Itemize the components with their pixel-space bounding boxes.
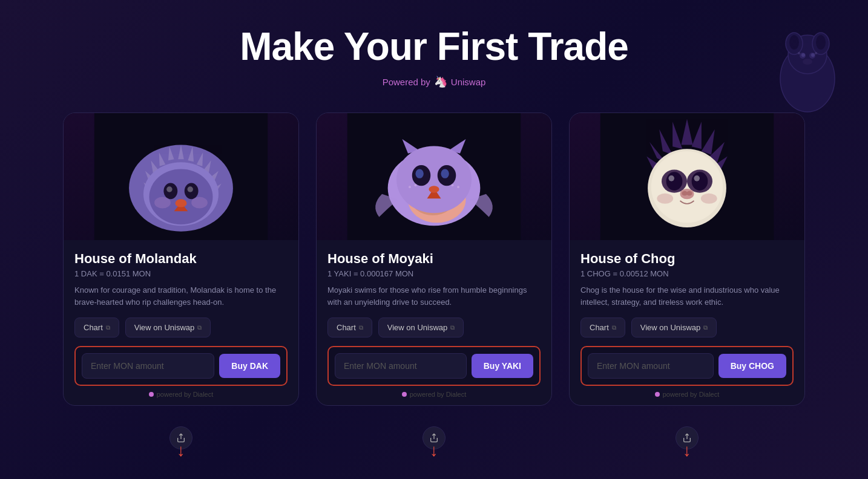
svg-point-10 [803, 59, 812, 65]
yaki-powered-dialect: powered by Dialect [327, 386, 541, 405]
dak-title: House of Molandak [74, 251, 288, 267]
chog-actions: Chart ⧉ View on Uniswap ⧉ [580, 318, 794, 337]
chog-card: House of Chog 1 CHOG = 0.00512 MON Chog … [569, 112, 805, 406]
uniswap-icon: 🦄 [434, 75, 447, 88]
yaki-dialect-text: powered by Dialect [410, 391, 467, 398]
yaki-uniswap-external-icon: ⧉ [450, 324, 455, 331]
dak-uniswap-label: View on Uniswap [134, 323, 194, 332]
dak-chart-button[interactable]: Chart ⧉ [74, 318, 119, 337]
svg-point-35 [191, 197, 208, 208]
svg-point-69 [668, 175, 674, 181]
svg-point-30 [166, 186, 173, 192]
svg-point-52 [457, 186, 459, 188]
page-title: Make Your First Trade [36, 24, 832, 69]
chog-card-body: House of Chog 1 CHOG = 0.00512 MON Chog … [570, 240, 804, 405]
chog-chart-button[interactable]: Chart ⧉ [580, 318, 625, 337]
svg-point-12 [815, 52, 817, 54]
dak-chart-label: Chart [84, 323, 103, 332]
dak-uniswap-external-icon: ⧉ [197, 324, 202, 331]
yaki-card-body: House of Moyaki 1 YAKI = 0.000167 MON Mo… [317, 240, 551, 405]
chog-chart-label: Chart [590, 323, 609, 332]
chog-dialect-text: powered by Dialect [663, 391, 720, 398]
dak-trade-input-row: Buy DAK [82, 353, 280, 379]
svg-point-11 [798, 52, 800, 54]
yaki-image [317, 113, 551, 240]
dak-dialect-icon [149, 392, 154, 397]
dak-description: Known for courage and tradition, Molanda… [74, 284, 288, 308]
dak-arrow: ↓ [177, 441, 185, 460]
svg-point-50 [409, 186, 411, 188]
dak-image [64, 113, 298, 240]
chog-card-wrapper: House of Chog 1 CHOG = 0.00512 MON Chog … [569, 112, 805, 449]
chog-dialect-icon [655, 392, 660, 397]
svg-point-5 [816, 35, 826, 50]
dak-trade-section: Buy DAK [74, 346, 288, 386]
svg-point-68 [692, 172, 708, 191]
yaki-description: Moyaki swims for those who rise from hum… [327, 284, 541, 308]
chog-image [570, 113, 804, 240]
yaki-chart-external-icon: ⧉ [359, 324, 363, 331]
uniswap-name: Uniswap [451, 77, 486, 87]
yaki-chart-button[interactable]: Chart ⧉ [327, 318, 372, 337]
chog-title: House of Chog [580, 251, 794, 267]
svg-point-33 [175, 199, 186, 207]
svg-point-31 [188, 186, 194, 192]
chog-trade-input-row: Buy CHOG [588, 353, 786, 379]
yaki-buy-button[interactable]: Buy YAKI [472, 354, 533, 378]
yaki-trade-input-row: Buy YAKI [335, 353, 533, 379]
dak-card-wrapper: House of Molandak 1 DAK = 0.0151 MON Kno… [63, 112, 299, 449]
raccoon-decoration [765, 18, 850, 115]
yaki-arrow: ↓ [430, 441, 438, 460]
svg-point-64 [651, 151, 723, 223]
svg-point-75 [701, 194, 717, 204]
yaki-uniswap-label: View on Uniswap [387, 323, 447, 332]
yaki-actions: Chart ⧉ View on Uniswap ⧉ [327, 318, 541, 337]
chog-rate: 1 CHOG = 0.00512 MON [580, 269, 794, 278]
yaki-mon-input[interactable] [335, 353, 467, 379]
svg-point-51 [452, 184, 454, 186]
chog-chart-external-icon: ⧉ [612, 324, 616, 331]
chog-arrow: ↓ [683, 441, 691, 460]
chog-buy-button[interactable]: Buy CHOG [718, 354, 786, 378]
page-wrapper: Make Your First Trade Powered by 🦄 Unisw… [0, 0, 868, 479]
svg-point-74 [657, 194, 673, 204]
svg-point-45 [415, 169, 423, 178]
yaki-card-wrapper: House of Moyaki 1 YAKI = 0.000167 MON Mo… [316, 112, 552, 449]
dak-rate: 1 DAK = 0.0151 MON [74, 269, 288, 278]
svg-point-67 [666, 172, 683, 191]
chog-uniswap-button[interactable]: View on Uniswap ⧉ [631, 318, 717, 337]
svg-point-8 [801, 53, 805, 57]
yaki-uniswap-button[interactable]: View on Uniswap ⧉ [378, 318, 464, 337]
svg-point-46 [441, 169, 449, 178]
yaki-chart-label: Chart [337, 323, 356, 332]
svg-point-34 [154, 197, 171, 208]
chog-powered-dialect: powered by Dialect [580, 386, 794, 405]
dak-uniswap-button[interactable]: View on Uniswap ⧉ [125, 318, 211, 337]
powered-by-label: Powered by [383, 77, 430, 87]
cards-container: House of Molandak 1 DAK = 0.0151 MON Kno… [36, 112, 832, 449]
yaki-dialect-icon [402, 392, 407, 397]
yaki-card: House of Moyaki 1 YAKI = 0.000167 MON Mo… [316, 112, 552, 406]
yaki-rate: 1 YAKI = 0.000167 MON [327, 269, 541, 278]
powered-by-row: Powered by 🦄 Uniswap [36, 75, 832, 88]
chog-trade-section: Buy CHOG [580, 346, 794, 386]
svg-point-73 [686, 191, 692, 196]
chog-description: Chog is the house for the wise and indus… [580, 284, 794, 308]
svg-point-4 [789, 35, 799, 50]
dak-powered-dialect: powered by Dialect [74, 386, 288, 405]
dak-card: House of Molandak 1 DAK = 0.0151 MON Kno… [63, 112, 299, 406]
dak-chart-external-icon: ⧉ [106, 324, 110, 331]
dak-actions: Chart ⧉ View on Uniswap ⧉ [74, 318, 288, 337]
svg-point-42 [396, 146, 472, 213]
svg-point-49 [415, 184, 417, 186]
svg-point-70 [694, 175, 700, 181]
dak-card-body: House of Molandak 1 DAK = 0.0151 MON Kno… [64, 240, 298, 405]
dak-buy-button[interactable]: Buy DAK [219, 354, 280, 378]
dak-mon-input[interactable] [82, 353, 214, 379]
chog-mon-input[interactable] [588, 353, 714, 379]
yaki-trade-section: Buy YAKI [327, 346, 541, 386]
chog-uniswap-external-icon: ⧉ [703, 324, 708, 331]
svg-point-48 [429, 186, 439, 192]
svg-point-9 [811, 53, 815, 57]
yaki-title: House of Moyaki [327, 251, 541, 267]
